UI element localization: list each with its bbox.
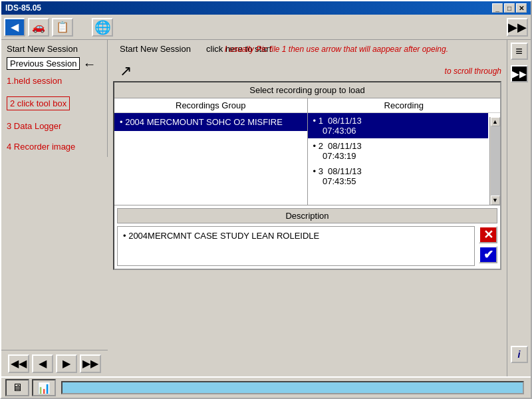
- recording-item-1[interactable]: • 1 08/11/13 07:43:06: [308, 113, 489, 138]
- prev-button[interactable]: ◀: [32, 354, 53, 373]
- rewind-button[interactable]: ◀◀: [8, 354, 29, 373]
- ok-button[interactable]: ✔: [479, 246, 497, 263]
- status-monitor-icon[interactable]: 🖥: [5, 379, 29, 396]
- description-title: Description: [117, 208, 497, 223]
- clipboard-button[interactable]: 📋: [52, 18, 73, 37]
- group-col-header: Recordings Group: [114, 98, 307, 113]
- arrow-indicator: ↗: [120, 63, 132, 80]
- recordings-column: Recording • 1 08/11/13 07:43:06 • 2 08/1…: [308, 98, 501, 205]
- step-4-label: 4 Recorder image: [7, 142, 102, 152]
- bottom-nav: ◀◀ ◀ ▶ ▶▶: [1, 350, 108, 376]
- start-new-session-label: Start New Session: [7, 44, 102, 54]
- recording-item-2[interactable]: • 2 08/11/13 07:43:19: [308, 138, 489, 164]
- cancel-button[interactable]: ✕: [479, 226, 497, 243]
- minimize-button[interactable]: _: [492, 3, 503, 13]
- select-panel: Select recording group to load Recording…: [113, 81, 501, 270]
- pic-file-annot: I usually Pic file 1 then use arrow that…: [225, 44, 448, 55]
- scroll-down-arrow[interactable]: ▼: [491, 196, 500, 205]
- description-content: • 2004MERCMNT CASE STUDY LEAN ROLEIDLE: [117, 226, 475, 266]
- maximize-button[interactable]: □: [504, 3, 515, 13]
- recording-col-header: Recording: [308, 98, 501, 113]
- back-button[interactable]: ◀: [4, 18, 25, 37]
- left-panel: Start New Session Previous Session ← 1.h…: [1, 40, 108, 376]
- toolbar: ◀ 🚗 📋 🌐 ▶▶: [1, 15, 531, 40]
- info-button[interactable]: i: [511, 346, 528, 363]
- scroll-annot: to scroll through: [445, 66, 501, 76]
- step-1-label: 1.held session: [7, 76, 102, 86]
- description-panel: Description • 2004MERCMNT CASE STUDY LEA…: [114, 205, 500, 269]
- step-3-label: 3 Data Logger: [7, 121, 102, 131]
- title-bar-controls: _ □ ✕: [492, 3, 527, 13]
- car-button[interactable]: 🚗: [28, 18, 49, 37]
- globe-button[interactable]: 🌐: [92, 18, 113, 37]
- select-title: Select recording group to load: [114, 82, 500, 98]
- group-item[interactable]: • 2004 MERCMOUNT SOHC O2 MISFIRE: [114, 113, 307, 131]
- scroll-up-arrow[interactable]: ▲: [491, 117, 500, 126]
- window-title: IDS-85.05: [5, 3, 41, 13]
- previous-session-box[interactable]: Previous Session: [7, 57, 80, 70]
- start-new-session-annot: Start New Session: [120, 44, 191, 54]
- list-button[interactable]: ≡: [511, 43, 528, 60]
- skip-button[interactable]: ▶▶: [80, 354, 101, 373]
- close-button[interactable]: ✕: [516, 3, 527, 13]
- next-button[interactable]: ▶: [56, 354, 77, 373]
- recording-item-3[interactable]: • 3 08/11/13 07:43:55: [308, 164, 489, 189]
- fast-forward-toolbar-button[interactable]: ▶▶: [507, 18, 528, 37]
- title-bar: IDS-85.05 _ □ ✕: [1, 1, 531, 15]
- fast-forward-right-button[interactable]: ▶▶: [511, 65, 528, 82]
- status-bar: 🖥 📊: [1, 376, 531, 398]
- recordings-group-column: Recordings Group • 2004 MERCMOUNT SOHC O…: [114, 98, 308, 205]
- recordings-scrollbar[interactable]: ▲ ▼: [489, 117, 500, 205]
- step-2-label: 2 click tool box: [7, 96, 70, 110]
- right-panel: ≡ ▶▶ i: [507, 40, 531, 376]
- status-data-icon[interactable]: 📊: [32, 379, 56, 396]
